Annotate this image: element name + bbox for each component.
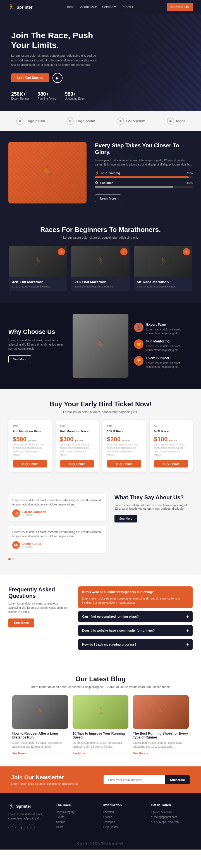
blog-link-3[interactable]: See More > — [133, 752, 148, 755]
buy-ticket-button-4[interactable]: Buy Ticket — [154, 460, 189, 467]
faq-toggle-4: + — [186, 642, 189, 647]
play-button[interactable]: ▶ — [53, 73, 62, 83]
dot-1[interactable] — [8, 558, 10, 560]
logo-item-1: ⊕ Logoipsum — [16, 118, 45, 125]
nav-link-about[interactable]: About Us ▾ — [80, 5, 96, 9]
testimonial-author-1: LJ Lorena Johnson 5K Client — [12, 509, 102, 517]
faq-title: Frequently Asked Questions — [8, 586, 70, 599]
newsletter-desc: Lorem ipsum dolor sit amet, consectetur … — [11, 782, 79, 785]
footer-link-transport[interactable]: Transport — [103, 820, 145, 824]
blog-card-2: 🏃 10 Tips to Improve Your Running Speed … — [73, 695, 128, 755]
hero-title: Join The Race, Push Your Limits. — [11, 31, 112, 50]
stat-num-1: 256K+ — [11, 91, 29, 97]
social-twitter-icon[interactable]: t — [18, 824, 25, 831]
faq-item-2[interactable]: Can I find personalized running plans? + — [78, 611, 193, 622]
ticket-title: Buy Your Early Bird Ticket Now! — [8, 400, 193, 408]
buy-ticket-button-2[interactable]: Buy Ticket — [60, 460, 94, 467]
footer-contact-phone: t. (482) 729-6987 — [151, 810, 193, 813]
faq-item-3[interactable]: Does this website have a community for r… — [78, 625, 193, 636]
faq-question-text-1: Is this website suitable for beginners i… — [82, 590, 154, 594]
stat-num-2: 980+ — [37, 91, 56, 97]
logo-icon-1: ⊕ — [16, 118, 24, 125]
navbar: 🏃 Sprinter Home About Us ▾ Service ▾ Pag… — [0, 0, 201, 14]
buy-ticket-button-3[interactable]: Buy Ticket — [107, 460, 141, 467]
dot-2[interactable] — [12, 558, 15, 560]
testimonials-right: What They Say About Us? Lorem ipsum dolo… — [114, 494, 193, 523]
logos-section: ⊕ Logoipsum ⊕ Logoipsum ⊕ Logoipsum ◉ lo… — [0, 111, 201, 131]
buy-ticket-button-1[interactable]: Buy Ticket — [13, 460, 47, 467]
footer-contact-address: a. 123 Maps, New York — [151, 820, 193, 824]
blog-subtitle: Lorem ipsum dolor sit amet, consectetur … — [8, 685, 193, 688]
newsletter-subscribe-button[interactable]: Subscribe — [165, 775, 190, 784]
logo-icon-2: ⊕ — [66, 118, 74, 125]
footer-grid: 🏃 Sprinter Lorem ipsum dolor sit amet, c… — [8, 803, 193, 831]
blog-link-1[interactable]: See More > — [12, 752, 27, 755]
contact-us-button[interactable]: Contact Us — [167, 3, 193, 11]
ticket-name-3: 10KM Race — [107, 430, 141, 433]
testimonial-text-1: Lorem ipsum dolor sit amet, consectetur … — [12, 498, 102, 506]
race-card-1: 🏃 › 42K Full Marathon 3,710 of 5,000 Reg… — [9, 246, 67, 291]
races-title: Races For Beginners To Marathoners. — [8, 226, 193, 234]
blog-img-1: 🏃 — [12, 695, 68, 729]
learn-more-button[interactable]: Learn More — [95, 194, 121, 203]
get-started-button[interactable]: Let's Get Started — [11, 73, 49, 82]
faq-item-4[interactable]: How do I track my running progress? + — [78, 639, 193, 650]
nav-link-pages[interactable]: Pages ▾ — [121, 5, 134, 9]
footer-logo-icon: 🏃 — [8, 803, 15, 809]
stat-running-award: 980+ Running Award — [37, 91, 56, 100]
faq-answer-1: Lorem ipsum dolor sit amet, consectetur … — [82, 596, 189, 605]
stat-num-3: 980+ — [65, 91, 85, 97]
carousel-dots — [8, 558, 106, 560]
hero-section: Join The Race, Push Your Limits. Lorem i… — [0, 14, 201, 111]
testimonial-text-2: Lorem ipsum dolor sit amet, consectetur … — [12, 530, 102, 538]
race-badge-2: › — [120, 248, 127, 255]
blog-img-2: 🏃 — [73, 695, 128, 729]
footer-link-help[interactable]: Help Center — [103, 826, 145, 829]
faq-section: Frequently Asked Questions Lorem ipsum d… — [0, 575, 201, 664]
footer-link-location[interactable]: Location — [103, 810, 145, 813]
run-icon: 🏃 — [95, 171, 99, 175]
why-see-more-button[interactable]: See More — [8, 355, 31, 363]
footer-link-awards[interactable]: Awards — [56, 820, 98, 824]
feature-title-3: Event Support — [146, 356, 193, 360]
testimonial-meta-1: Lorena Johnson 5K Client — [22, 510, 46, 516]
progress-pct-2: 80% — [187, 181, 193, 185]
ticket-price-label-4: /people — [169, 439, 177, 442]
blog-grid: 🏃 How to Recover After a Long Distance R… — [8, 695, 193, 755]
footer-link-events[interactable]: Events — [56, 815, 98, 818]
social-facebook-icon[interactable]: f — [8, 824, 16, 831]
testimonials-see-more-button[interactable]: See More — [114, 515, 137, 523]
footer-col-title-1: The Race — [56, 803, 98, 807]
race-card-2: 🏃 › 21K Half Marathon 3,400 of 5,000 Reg… — [71, 246, 130, 291]
testimonial-name-1: Lorena Johnson — [22, 510, 46, 514]
footer-link-race-category[interactable]: Race Category — [56, 810, 98, 813]
footer-col-title-3: Get In Touch — [151, 803, 193, 807]
stat-label-1: Expert Runner — [11, 97, 29, 100]
expert-team-icon: 👤 — [134, 323, 143, 332]
race-card-3: 🏃 › 5K Race Marathon 3,800 of 5,000 Regi… — [134, 246, 192, 291]
logo-item-4: ◉ logol — [167, 118, 185, 125]
nav-link-service[interactable]: Service ▾ — [102, 5, 116, 9]
newsletter-email-input[interactable] — [104, 775, 165, 784]
footer: 🏃 Sprinter Lorem ipsum dolor sit amet, c… — [0, 793, 201, 849]
social-instagram-icon[interactable]: in — [27, 824, 35, 831]
testimonials-title: What They Say About Us? — [114, 494, 193, 501]
footer-links-race: Race Category Events Awards Ticket — [56, 810, 98, 829]
about-content: Every Step Takes You Closer To Glory. Lo… — [95, 142, 193, 203]
progress-label-2: ⚙ Facilities 80% — [95, 181, 193, 185]
feature-title-2: Fun Mentoring — [146, 339, 193, 343]
footer-link-ticket[interactable]: Ticket — [56, 826, 98, 829]
blog-link-2[interactable]: See More > — [73, 752, 87, 755]
blog-section: Our Latest Blog Lorem ipsum dolor sit am… — [0, 664, 201, 767]
ticket-card-10k: 10K 10KM Race $200 /people Lorem ipsum d… — [103, 420, 146, 472]
why-center-image: 🏃 — [73, 314, 128, 378]
feature-desc-3: Lorem ipsum dolor sit amet, consectetur … — [146, 361, 193, 369]
why-features: 👤 Expert Team Lorem ipsum dolor sit amet… — [134, 323, 193, 369]
stat-label-2: Running Award — [37, 97, 56, 100]
faq-see-more-button[interactable]: See More — [8, 619, 34, 627]
progress-fill-1 — [95, 176, 189, 178]
blog-card-1: 🏃 How to Recover After a Long Distance R… — [12, 695, 68, 755]
faq-item-1[interactable]: Is this website suitable for beginners i… — [78, 586, 193, 608]
footer-link-guides[interactable]: Guides — [103, 815, 145, 818]
nav-link-home[interactable]: Home — [66, 5, 75, 9]
